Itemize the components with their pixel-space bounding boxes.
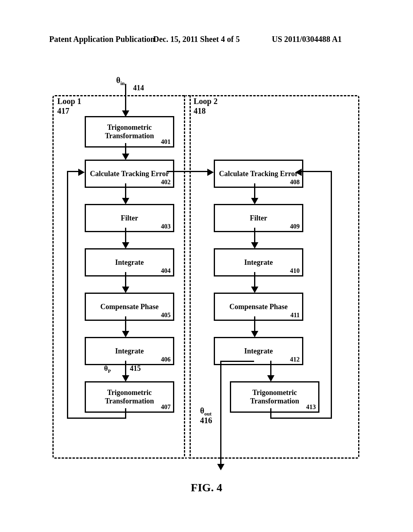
loop-divider-b	[190, 95, 191, 456]
block-402: Calculate Tracking Error402	[85, 160, 174, 188]
loop-divider-a	[184, 95, 185, 456]
block-407: Trigonometric Transformation407	[85, 381, 174, 413]
theta-in-label: θin	[116, 76, 125, 87]
theta-p-ref: 415	[130, 364, 141, 373]
header-right: US 2011/0304488 A1	[272, 35, 342, 44]
loop2-ref: 418	[194, 106, 206, 116]
block-401: Trigonometric Transformation401	[85, 116, 174, 148]
figure-caption: FIG. 4	[0, 481, 413, 494]
theta-in-ref: 414	[133, 84, 144, 92]
loop1-title: Loop 1	[57, 97, 81, 106]
block-408: Calculate Tracking Error408	[214, 160, 303, 188]
header-center: Dec. 15, 2011 Sheet 4 of 5	[153, 35, 240, 44]
loop1-ref: 417	[57, 106, 69, 116]
theta-p-label: θP	[104, 364, 111, 374]
arrow-in	[125, 84, 126, 112]
block-409: Filter409	[214, 204, 303, 232]
block-403: Filter403	[85, 204, 174, 232]
loop2-title: Loop 2	[194, 97, 217, 106]
theta-out-label: θout	[200, 406, 212, 417]
block-413: Trigonometric Transformation413	[230, 381, 319, 413]
flow-diagram: Loop 1 417 Loop 2 418 θin 414 Trigonomet…	[52, 79, 359, 463]
block-406: Integrate406	[85, 337, 174, 365]
block-404: Integrate404	[85, 248, 174, 276]
block-405: Compensate Phase405	[85, 293, 174, 321]
header-left: Patent Application Publication	[49, 35, 155, 44]
page: Patent Application Publication Dec. 15, …	[0, 0, 413, 532]
theta-out-ref: 416	[200, 416, 212, 425]
block-411: Compensate Phase411	[214, 293, 303, 321]
block-410: Integrate410	[214, 248, 303, 276]
